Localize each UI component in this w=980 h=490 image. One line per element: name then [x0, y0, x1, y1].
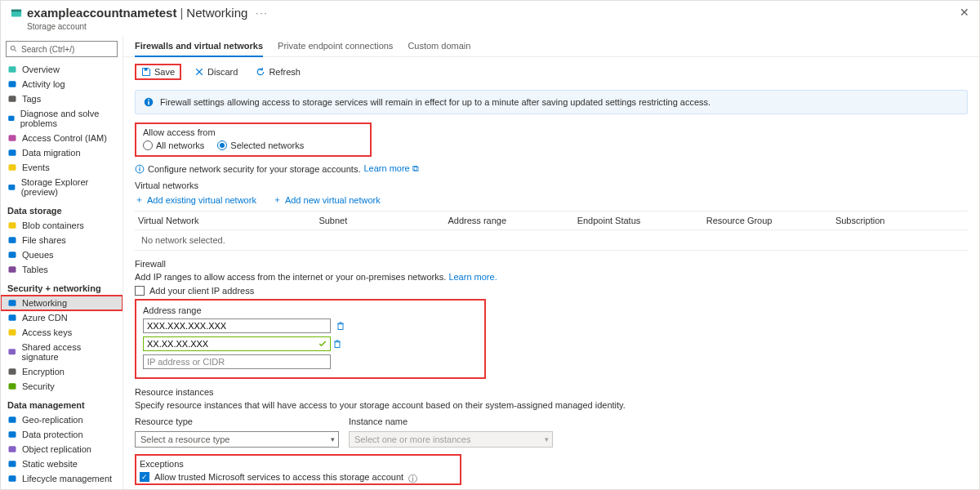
tab-custom-domain[interactable]: Custom domain: [408, 41, 470, 56]
firewall-heading: Firewall: [123, 251, 979, 270]
nav-tags[interactable]: Tags: [1, 91, 122, 106]
nav-azsearch[interactable]: Azure search: [1, 486, 122, 489]
close-icon[interactable]: ✕: [960, 6, 969, 19]
address-range-label: Address range: [143, 305, 478, 315]
tag-icon: [7, 94, 17, 104]
svg-rect-15: [9, 266, 16, 273]
nav-sas[interactable]: Shared access signature: [1, 340, 122, 364]
col-endpoint: Endpoint Status: [577, 216, 706, 225]
nav-overview[interactable]: Overview: [1, 62, 122, 77]
col-rg: Resource Group: [706, 216, 835, 225]
search-input[interactable]: Search (Ctrl+/): [6, 41, 118, 57]
nav-networking[interactable]: Networking: [1, 296, 122, 310]
nav-static[interactable]: Static website: [1, 457, 122, 471]
title-separator: |: [180, 6, 183, 20]
svg-rect-12: [9, 222, 16, 229]
nav-life[interactable]: Lifecycle management: [1, 471, 122, 486]
nav-cdn[interactable]: Azure CDN: [1, 310, 122, 325]
more-actions-button[interactable]: ···: [256, 8, 268, 18]
search-icon: [10, 45, 18, 53]
delete-icon[interactable]: [332, 339, 342, 349]
nav-diagnose[interactable]: Diagnose and solve problems: [1, 106, 122, 131]
svg-rect-14: [9, 252, 16, 258]
sidebar: Search (Ctrl+/) OverviewActivity logTags…: [1, 36, 123, 489]
resource-instances-desc: Specify resource instances that will hav…: [123, 399, 979, 412]
nav-migration[interactable]: Data migration: [1, 145, 122, 160]
tabs: Firewalls and virtual networks Private e…: [123, 36, 979, 57]
nav-events[interactable]: Events: [1, 160, 122, 175]
shield-icon: [7, 381, 17, 391]
nav-group-secnet: Security + networking: [1, 277, 122, 296]
search-icon: [7, 488, 17, 489]
ip-input-new[interactable]: [143, 354, 331, 369]
file-icon: [7, 235, 17, 245]
table-icon: [7, 265, 17, 274]
svg-rect-16: [9, 300, 16, 306]
sas-icon: [7, 347, 16, 357]
svg-rect-31: [145, 69, 148, 71]
nav-blob[interactable]: Blob containers: [1, 218, 122, 233]
queue-icon: [7, 250, 17, 260]
config-hint: Configure network security for your stor…: [123, 162, 979, 176]
svg-rect-20: [9, 368, 16, 375]
migrate-icon: [7, 148, 17, 158]
log-icon: [7, 79, 17, 89]
discard-button[interactable]: Discard: [189, 65, 243, 78]
people-icon: [7, 133, 17, 143]
nav-explorer[interactable]: Storage Explorer (preview): [1, 175, 122, 199]
resource-type-select[interactable]: Select a resource type▾: [135, 431, 339, 448]
address-range-box: Address range: [135, 299, 486, 379]
main-content: Firewalls and virtual networks Private e…: [123, 36, 979, 489]
web-icon: [7, 459, 17, 469]
svg-rect-11: [8, 185, 15, 190]
add-new-vnet[interactable]: ＋Add new virtual network: [273, 194, 381, 206]
info-icon[interactable]: ⓘ: [408, 473, 417, 482]
nav-tables[interactable]: Tables: [1, 262, 122, 277]
radio-all-networks[interactable]: All networks: [143, 140, 204, 150]
tab-firewalls[interactable]: Firewalls and virtual networks: [135, 41, 263, 57]
svg-rect-35: [148, 101, 149, 105]
refresh-icon: [256, 67, 265, 77]
lock-icon: [7, 367, 17, 376]
nav-dataprot[interactable]: Data protection: [1, 427, 122, 442]
container-icon: [7, 220, 17, 230]
add-existing-vnet[interactable]: ＋Add existing virtual network: [135, 194, 256, 206]
svg-rect-25: [9, 461, 16, 467]
nav-file[interactable]: File shares: [1, 233, 122, 247]
svg-rect-7: [8, 116, 14, 121]
col-range: Address range: [448, 216, 577, 225]
svg-rect-5: [9, 81, 16, 87]
nav-queues[interactable]: Queues: [1, 247, 122, 262]
svg-rect-6: [9, 96, 16, 102]
svg-rect-18: [9, 329, 16, 336]
svg-rect-10: [9, 164, 16, 171]
nav-objrep[interactable]: Object replication: [1, 442, 122, 457]
bolt-icon: [7, 163, 17, 172]
explorer-icon: [7, 182, 16, 192]
vnet-table: Virtual Network Subnet Address range End…: [135, 211, 968, 251]
svg-rect-21: [9, 383, 16, 390]
chk-add-client-ip[interactable]: [135, 286, 145, 296]
svg-rect-17: [9, 314, 16, 321]
ip-input-2[interactable]: [143, 336, 331, 351]
save-button[interactable]: Save: [136, 65, 180, 78]
nav-georep[interactable]: Geo-replication: [1, 412, 122, 427]
svg-rect-38: [139, 167, 140, 171]
chk-trusted-services[interactable]: [140, 472, 149, 482]
globe-icon: [7, 298, 17, 308]
radio-selected-networks[interactable]: Selected networks: [217, 140, 304, 150]
tab-private-endpoint[interactable]: Private endpoint connections: [278, 41, 393, 56]
firewall-learn-more[interactable]: Learn more.: [448, 272, 497, 282]
georep-icon: [7, 415, 17, 425]
nav-encryption[interactable]: Encryption: [1, 364, 122, 379]
refresh-button[interactable]: Refresh: [251, 65, 305, 78]
nav-keys[interactable]: Access keys: [1, 325, 122, 340]
delete-icon[interactable]: [336, 321, 345, 331]
exceptions-heading: Exceptions: [140, 457, 457, 470]
svg-rect-19: [8, 349, 16, 354]
nav-activity-log[interactable]: Activity log: [1, 77, 122, 91]
learn-more-link[interactable]: Learn more ⧉: [363, 163, 418, 174]
nav-iam[interactable]: Access Control (IAM): [1, 131, 122, 145]
nav-security[interactable]: Security: [1, 379, 122, 394]
ip-input-1[interactable]: [143, 318, 331, 333]
